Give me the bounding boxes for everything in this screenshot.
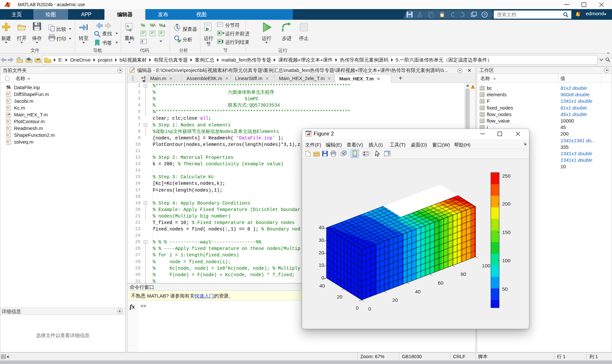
svg-text:%: % xyxy=(159,22,163,28)
svg-text:fx: fx xyxy=(7,92,10,96)
svg-text:fx: fx xyxy=(7,120,10,123)
svg-text:fi: fi xyxy=(141,40,143,43)
svg-text:fx: fx xyxy=(7,126,10,130)
svg-text:fx: fx xyxy=(7,99,10,102)
svg-text:%: % xyxy=(150,22,154,28)
svg-text:fx: fx xyxy=(126,24,129,28)
svg-text:fx: fx xyxy=(7,133,10,136)
svg-text:fx: fx xyxy=(7,140,10,143)
svg-text:fx: fx xyxy=(7,106,10,109)
svg-text:%: % xyxy=(141,22,145,28)
svg-text:?: ? xyxy=(484,13,486,17)
